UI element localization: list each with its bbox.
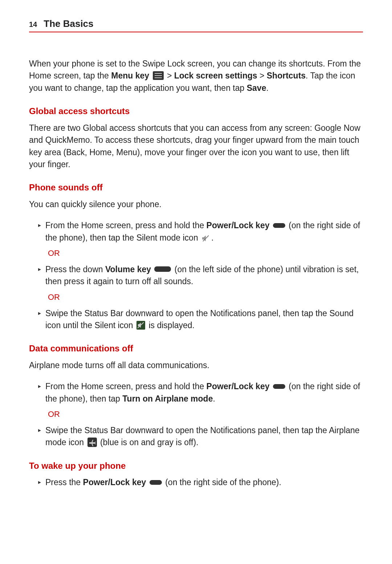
text: From the Home screen, press and hold the — [45, 221, 207, 230]
text: Swipe the Status Bar downward to open th… — [45, 309, 354, 330]
shortcuts-label: Shortcuts — [267, 71, 306, 80]
text: > — [167, 71, 174, 80]
menu-key-icon — [153, 71, 164, 80]
intro-paragraph: When your phone is set to the Swipe Lock… — [29, 58, 363, 94]
text: > — [260, 71, 267, 80]
or-separator: OR — [48, 291, 363, 303]
text: is displayed. — [148, 321, 195, 330]
document-page: 14 The Basics When your phone is set to … — [0, 0, 392, 521]
heading-global-access: Global access shortcuts — [29, 105, 363, 118]
text: (on the right side of the phone). — [165, 478, 281, 487]
or-separator: OR — [48, 247, 363, 259]
power-key-icon — [273, 223, 285, 228]
text: From the Home screen, press and hold the — [45, 382, 207, 391]
or-separator: OR — [48, 408, 363, 420]
power-lock-key-label: Power/Lock key — [83, 478, 146, 487]
silent-icon — [136, 321, 145, 330]
power-lock-key-label: Power/Lock key — [207, 221, 270, 230]
airplane-mode-icon — [87, 438, 97, 447]
section-title: The Basics — [44, 18, 93, 29]
data-intro: Airplane mode turns off all data communi… — [29, 359, 363, 371]
heading-data-comm-off: Data communications off — [29, 342, 363, 355]
volume-key-icon — [154, 266, 171, 272]
text: . — [213, 394, 215, 403]
text: (blue is on and gray is off). — [100, 438, 199, 447]
list-item: Swipe the Status Bar downward to open th… — [29, 307, 363, 332]
volume-key-label: Volume key — [105, 265, 151, 274]
list-item: From the Home screen, press and hold the… — [29, 380, 363, 405]
heading-phone-sounds-off: Phone sounds off — [29, 181, 363, 194]
sounds-intro: You can quickly silence your phone. — [29, 198, 363, 210]
list-item: Press the down Volume key (on the left s… — [29, 263, 363, 288]
text: . — [266, 83, 268, 93]
list-item: Press the Power/Lock key (on the right s… — [29, 476, 363, 488]
list-item: Swipe the Status Bar downward to open th… — [29, 424, 363, 449]
page-number: 14 — [29, 20, 37, 29]
text: . — [211, 233, 213, 242]
global-body: There are two Global access shortcuts th… — [29, 122, 363, 170]
text: Press the down — [45, 265, 105, 274]
text: Press the — [45, 478, 83, 487]
list-item: From the Home screen, press and hold the… — [29, 219, 363, 244]
page-header: 14 The Basics — [29, 18, 363, 32]
power-key-icon — [150, 480, 162, 485]
silent-mode-icon — [201, 234, 210, 242]
body-content: When your phone is set to the Swipe Lock… — [29, 58, 363, 489]
save-label: Save — [247, 83, 266, 93]
power-lock-key-label: Power/Lock key — [207, 382, 270, 391]
turn-on-airplane-label: Turn on Airplane mode — [122, 394, 213, 403]
heading-wake-phone: To wake up your phone — [29, 460, 363, 472]
lock-screen-settings-label: Lock screen settings — [174, 71, 257, 80]
power-key-icon — [273, 384, 285, 389]
menu-key-label: Menu key — [111, 71, 149, 80]
